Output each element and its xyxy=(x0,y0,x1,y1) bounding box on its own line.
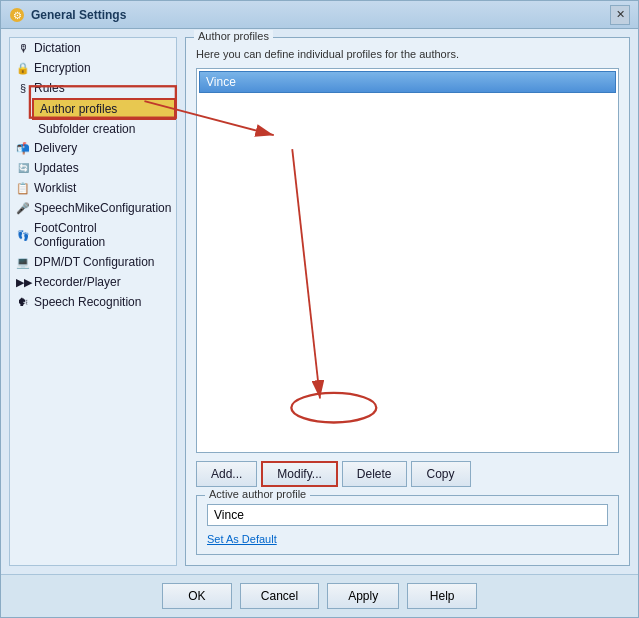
sidebar: 🎙 Dictation 🔒 Encryption § Rules Author … xyxy=(9,37,177,566)
rules-icon: § xyxy=(16,82,30,94)
sidebar-item-recorder[interactable]: ▶▶ Recorder/Player xyxy=(10,272,176,292)
sidebar-item-speechmike[interactable]: 🎤 SpeechMikeConfiguration xyxy=(10,198,176,218)
sidebar-item-label: SpeechMikeConfiguration xyxy=(34,201,171,215)
speech-recognition-icon: 🗣 xyxy=(16,296,30,308)
description-text: Here you can define individual profiles … xyxy=(196,48,619,60)
sidebar-item-rules[interactable]: § Rules xyxy=(10,78,176,98)
delete-button[interactable]: Delete xyxy=(342,461,407,487)
dictation-icon: 🎙 xyxy=(16,42,30,54)
sidebar-item-worklist[interactable]: 📋 Worklist xyxy=(10,178,176,198)
sidebar-item-dpmdt[interactable]: 💻 DPM/DT Configuration xyxy=(10,252,176,272)
button-row: Add... Modify... Delete Copy xyxy=(196,461,619,487)
sidebar-item-label: Encryption xyxy=(34,61,91,75)
author-profiles-group: Author profiles Here you can define indi… xyxy=(185,37,630,566)
main-panel: Author profiles Here you can define indi… xyxy=(185,37,630,566)
author-profiles-title: Author profiles xyxy=(194,30,273,42)
close-button[interactable]: ✕ xyxy=(610,5,630,25)
active-profile-input[interactable] xyxy=(207,504,608,526)
worklist-icon: 📋 xyxy=(16,182,30,195)
sidebar-item-label: Worklist xyxy=(34,181,76,195)
cancel-button[interactable]: Cancel xyxy=(240,583,319,609)
footcontrol-icon: 👣 xyxy=(16,230,30,241)
active-profile-group: Active author profile Set As Default xyxy=(196,495,619,555)
set-as-default-link[interactable]: Set As Default xyxy=(207,533,277,545)
sidebar-item-label: Dictation xyxy=(34,41,81,55)
sidebar-item-dictation[interactable]: 🎙 Dictation xyxy=(10,38,176,58)
apply-button[interactable]: Apply xyxy=(327,583,399,609)
sidebar-item-label: Delivery xyxy=(34,141,77,155)
sidebar-item-label: Author profiles xyxy=(40,102,117,116)
bottom-bar: OK Cancel Apply Help xyxy=(1,574,638,617)
content-area: 🎙 Dictation 🔒 Encryption § Rules Author … xyxy=(1,29,638,574)
sidebar-item-label: Recorder/Player xyxy=(34,275,121,289)
sidebar-item-updates[interactable]: 🔄 Updates xyxy=(10,158,176,178)
speechmike-icon: 🎤 xyxy=(16,202,30,215)
dpmdt-icon: 💻 xyxy=(16,256,30,269)
recorder-icon: ▶▶ xyxy=(16,276,30,289)
sidebar-item-footcontrol[interactable]: 👣 FootControl Configuration xyxy=(10,218,176,252)
title-bar: ⚙ General Settings ✕ xyxy=(1,1,638,29)
sidebar-item-label: Rules xyxy=(34,81,65,95)
sidebar-sub-author: Author profiles Subfolder creation xyxy=(10,98,176,138)
sidebar-item-label: Updates xyxy=(34,161,79,175)
active-profile-title: Active author profile xyxy=(205,488,310,500)
svg-text:⚙: ⚙ xyxy=(13,10,22,21)
window-icon: ⚙ xyxy=(9,7,25,23)
window-title: General Settings xyxy=(31,8,126,22)
profiles-list[interactable]: Vince xyxy=(196,68,619,453)
add-button[interactable]: Add... xyxy=(196,461,257,487)
sidebar-item-author-profiles[interactable]: Author profiles xyxy=(32,98,176,120)
sidebar-item-encryption[interactable]: 🔒 Encryption xyxy=(10,58,176,78)
profile-item-vince[interactable]: Vince xyxy=(199,71,616,93)
sidebar-item-label: DPM/DT Configuration xyxy=(34,255,155,269)
sidebar-item-label: Subfolder creation xyxy=(38,122,135,136)
profile-name: Vince xyxy=(206,75,236,89)
sidebar-item-label: Speech Recognition xyxy=(34,295,141,309)
delivery-icon: 📬 xyxy=(16,142,30,155)
modify-button[interactable]: Modify... xyxy=(261,461,337,487)
general-settings-window: ⚙ General Settings ✕ 🎙 Dictation 🔒 Encry… xyxy=(0,0,639,618)
updates-icon: 🔄 xyxy=(16,163,30,173)
sidebar-item-speech-recognition[interactable]: 🗣 Speech Recognition xyxy=(10,292,176,312)
copy-button[interactable]: Copy xyxy=(411,461,471,487)
ok-button[interactable]: OK xyxy=(162,583,232,609)
sidebar-item-subfolder[interactable]: Subfolder creation xyxy=(32,120,176,138)
encryption-icon: 🔒 xyxy=(16,62,30,75)
sidebar-item-label: FootControl Configuration xyxy=(34,221,170,249)
sidebar-item-delivery[interactable]: 📬 Delivery xyxy=(10,138,176,158)
help-button[interactable]: Help xyxy=(407,583,477,609)
